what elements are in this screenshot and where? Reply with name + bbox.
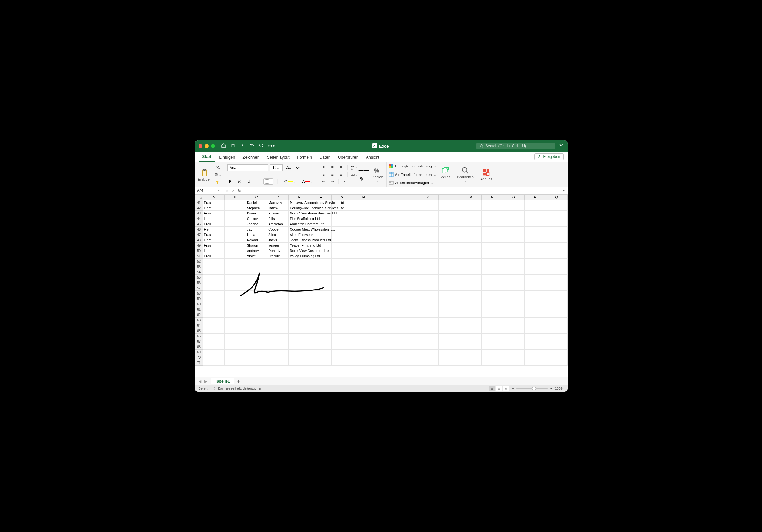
cell[interactable]: [224, 254, 246, 259]
cell[interactable]: [503, 344, 524, 349]
cell[interactable]: [546, 296, 567, 301]
cell[interactable]: [310, 275, 331, 280]
cell[interactable]: [246, 307, 267, 312]
column-header-L[interactable]: L: [438, 195, 460, 200]
cell[interactable]: [503, 205, 524, 211]
cell[interactable]: [310, 296, 331, 301]
cell[interactable]: [310, 259, 331, 264]
cell[interactable]: [331, 339, 353, 344]
cell[interactable]: [310, 307, 331, 312]
cell[interactable]: [353, 259, 374, 264]
cell[interactable]: [353, 264, 374, 269]
row-header[interactable]: 65: [195, 328, 203, 334]
cell[interactable]: [503, 301, 524, 307]
cell[interactable]: [417, 275, 438, 280]
cell[interactable]: [396, 318, 417, 323]
cell[interactable]: [203, 334, 224, 339]
spreadsheet-grid[interactable]: ABCDEFGHIJKLMNOPQ41FrauDanielleMacavoyMa…: [195, 194, 568, 377]
cell[interactable]: [224, 200, 246, 205]
cell[interactable]: [310, 323, 331, 328]
cell[interactable]: [289, 264, 310, 269]
cell[interactable]: Ellis Scaffolding Ltd: [289, 216, 310, 221]
cell[interactable]: [546, 291, 567, 296]
cell[interactable]: [246, 344, 267, 349]
cell[interactable]: [353, 269, 374, 275]
cell[interactable]: [546, 280, 567, 285]
cell[interactable]: [503, 360, 524, 365]
cell[interactable]: [417, 280, 438, 285]
cell[interactable]: [374, 349, 396, 355]
cell[interactable]: [417, 248, 438, 254]
cell[interactable]: [246, 349, 267, 355]
align-center-button[interactable]: ≡: [329, 172, 336, 178]
cell[interactable]: [331, 280, 353, 285]
cell[interactable]: [353, 291, 374, 296]
column-header-G[interactable]: G: [331, 195, 353, 200]
save-icon[interactable]: [231, 143, 236, 149]
cell[interactable]: [546, 275, 567, 280]
cell[interactable]: [203, 275, 224, 280]
cell[interactable]: [374, 360, 396, 365]
tab-formulas[interactable]: Formeln: [293, 152, 316, 162]
cell[interactable]: [246, 323, 267, 328]
cell[interactable]: [524, 312, 546, 318]
cell[interactable]: [460, 285, 482, 291]
fullscreen-window-button[interactable]: [211, 144, 215, 148]
cell[interactable]: [524, 275, 546, 280]
cell[interactable]: [438, 227, 460, 232]
cell[interactable]: Ambleton Caterers Ltd: [289, 221, 310, 227]
cell[interactable]: [438, 200, 460, 205]
cell[interactable]: [289, 259, 310, 264]
cell[interactable]: [460, 237, 482, 243]
cell[interactable]: [546, 285, 567, 291]
cell[interactable]: [246, 264, 267, 269]
cell[interactable]: [203, 269, 224, 275]
row-header[interactable]: 69: [195, 349, 203, 355]
tab-view[interactable]: Ansicht: [362, 152, 383, 162]
cell[interactable]: [267, 285, 289, 291]
cell[interactable]: [203, 349, 224, 355]
cell[interactable]: [331, 349, 353, 355]
cell[interactable]: [503, 254, 524, 259]
cell[interactable]: [374, 200, 396, 205]
cell[interactable]: [246, 280, 267, 285]
cell[interactable]: [267, 296, 289, 301]
cell[interactable]: [203, 328, 224, 334]
cell[interactable]: [417, 259, 438, 264]
cell[interactable]: [310, 264, 331, 269]
cell[interactable]: [524, 216, 546, 221]
cell[interactable]: [503, 269, 524, 275]
cell[interactable]: [374, 296, 396, 301]
cell[interactable]: [246, 259, 267, 264]
cell[interactable]: [353, 334, 374, 339]
cell[interactable]: [417, 285, 438, 291]
cell[interactable]: [503, 237, 524, 243]
column-header-E[interactable]: E: [289, 195, 310, 200]
cell[interactable]: Sharon: [246, 243, 267, 248]
cell[interactable]: Herr: [203, 205, 224, 211]
cell[interactable]: [374, 275, 396, 280]
increase-font-button[interactable]: A▴: [284, 165, 292, 171]
cell[interactable]: [310, 269, 331, 275]
cell[interactable]: [267, 344, 289, 349]
cell[interactable]: [374, 221, 396, 227]
close-window-button[interactable]: [198, 144, 202, 148]
cell[interactable]: [546, 312, 567, 318]
cell[interactable]: Danielle: [246, 200, 267, 205]
cell[interactable]: [224, 211, 246, 216]
cell[interactable]: [482, 349, 503, 355]
group-addins[interactable]: Add-Ins: [477, 162, 495, 187]
cell[interactable]: [224, 328, 246, 334]
cell[interactable]: [438, 275, 460, 280]
cell[interactable]: [374, 243, 396, 248]
cell[interactable]: [438, 344, 460, 349]
cell[interactable]: [331, 254, 353, 259]
cell[interactable]: [353, 227, 374, 232]
cell[interactable]: [224, 221, 246, 227]
cell[interactable]: [460, 248, 482, 254]
cell[interactable]: [353, 216, 374, 221]
cell[interactable]: [503, 318, 524, 323]
cell[interactable]: [546, 227, 567, 232]
cell[interactable]: [331, 232, 353, 237]
cell[interactable]: [374, 205, 396, 211]
